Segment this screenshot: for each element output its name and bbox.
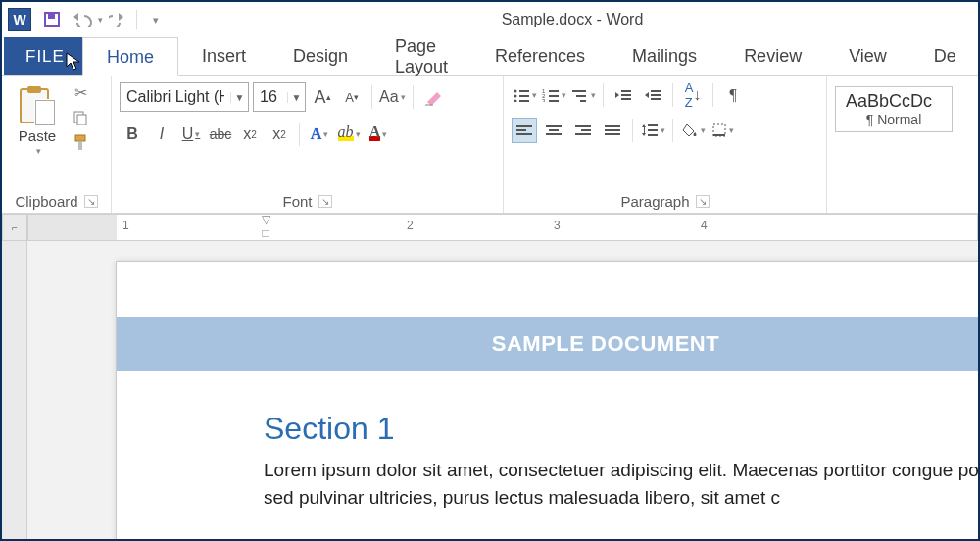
paste-dropdown-icon[interactable]: ▾ — [36, 146, 41, 156]
tab-insert[interactable]: Insert — [178, 37, 270, 75]
copy-icon[interactable] — [71, 108, 90, 127]
svg-rect-7 — [519, 90, 529, 92]
undo-icon[interactable] — [69, 7, 94, 32]
page[interactable]: SAMPLE DOCUMENT Section 1 Lorem ipsum do… — [116, 261, 978, 539]
increase-indent-button[interactable] — [640, 82, 665, 108]
paragraph-dialog-launcher[interactable]: ↘ — [696, 195, 710, 208]
paste-label: Paste — [19, 127, 56, 144]
font-group-label: Font — [282, 193, 312, 210]
shrink-font-button[interactable]: A▾ — [339, 84, 365, 110]
svg-rect-31 — [549, 129, 559, 131]
shading-button[interactable]: ▾ — [680, 118, 706, 143]
strikethrough-button[interactable]: abc — [208, 122, 233, 147]
tab-references[interactable]: References — [471, 37, 609, 75]
superscript-button[interactable]: x2 — [267, 122, 292, 147]
document-body-text[interactable]: Lorem ipsum dolor sit amet, consectetuer… — [264, 457, 978, 512]
svg-rect-23 — [621, 98, 631, 100]
tab-review[interactable]: Review — [720, 37, 825, 75]
tab-file-label: FILE — [25, 47, 65, 67]
svg-rect-5 — [78, 141, 82, 150]
svg-rect-30 — [546, 125, 562, 127]
paragraph-group-label: Paragraph — [620, 193, 689, 210]
cut-icon[interactable]: ✂ — [71, 82, 90, 102]
font-dialog-launcher[interactable]: ↘ — [318, 195, 332, 208]
format-painter-icon[interactable] — [71, 133, 90, 153]
svg-rect-20 — [580, 100, 586, 102]
tab-overflow[interactable]: De — [910, 37, 980, 75]
tab-file[interactable]: FILE — [4, 37, 82, 75]
bold-button[interactable]: B — [120, 122, 145, 147]
italic-button[interactable]: I — [149, 122, 174, 147]
svg-rect-26 — [651, 98, 661, 100]
svg-rect-33 — [575, 125, 591, 127]
subscript-button[interactable]: x2 — [237, 122, 263, 147]
borders-button[interactable]: ▾ — [710, 118, 735, 143]
svg-rect-11 — [519, 100, 529, 102]
font-size-dropdown-icon[interactable]: ▼ — [287, 92, 305, 103]
tab-view[interactable]: View — [825, 37, 910, 75]
document-heading[interactable]: Section 1 — [264, 411, 978, 447]
svg-rect-36 — [605, 125, 620, 127]
numbering-button[interactable]: 123▾ — [541, 82, 566, 108]
clipboard-group-label: Clipboard — [15, 193, 77, 210]
redo-icon[interactable] — [105, 7, 130, 32]
svg-text:3: 3 — [542, 98, 546, 102]
justify-button[interactable] — [600, 118, 625, 143]
svg-rect-19 — [576, 95, 586, 97]
svg-rect-34 — [581, 129, 591, 131]
tab-page-layout[interactable]: Page Layout — [371, 37, 471, 75]
line-spacing-button[interactable]: ▾ — [640, 118, 665, 143]
align-left-button[interactable] — [512, 118, 537, 143]
document-area[interactable]: SAMPLE DOCUMENT Section 1 Lorem ipsum do… — [27, 241, 978, 539]
align-right-button[interactable] — [570, 118, 596, 143]
font-name-combo[interactable]: ▼ — [120, 82, 249, 112]
font-name-dropdown-icon[interactable]: ▼ — [230, 92, 248, 103]
svg-rect-21 — [621, 90, 631, 92]
font-color-button[interactable]: A▾ — [366, 122, 391, 147]
ruler-tick: 3 — [554, 219, 561, 232]
indent-marker-icon[interactable]: ▽□ — [260, 213, 271, 240]
svg-rect-44 — [713, 134, 725, 136]
svg-rect-25 — [651, 94, 661, 96]
vertical-ruler[interactable] — [2, 241, 27, 539]
multilevel-list-button[interactable]: ▾ — [570, 82, 596, 108]
text-effects-button[interactable]: A▾ — [307, 122, 332, 147]
ruler-tick: 1 — [122, 219, 129, 232]
tab-mailings[interactable]: Mailings — [609, 37, 720, 75]
highlight-button[interactable]: ab▾ — [336, 122, 362, 147]
svg-rect-40 — [648, 124, 658, 126]
grow-font-button[interactable]: A▴ — [310, 84, 335, 110]
bullets-button[interactable]: ▾ — [512, 82, 537, 108]
paste-icon — [20, 86, 55, 125]
svg-rect-42 — [648, 134, 658, 136]
customize-qat-icon[interactable]: ▾ — [143, 7, 169, 32]
svg-point-8 — [514, 95, 516, 98]
horizontal-ruler[interactable]: ▽□ 1 2 3 4 — [27, 214, 978, 241]
clear-formatting-icon[interactable] — [420, 84, 446, 110]
font-name-input[interactable] — [121, 83, 230, 111]
font-size-combo[interactable]: ▼ — [253, 82, 306, 112]
align-center-button[interactable] — [541, 118, 566, 143]
undo-dropdown-icon[interactable]: ▾ — [98, 15, 103, 25]
svg-rect-9 — [519, 95, 529, 97]
underline-button[interactable]: U▾ — [178, 122, 204, 147]
sort-button[interactable]: AZ↓ — [680, 82, 706, 108]
paste-button[interactable]: Paste ▾ — [10, 82, 65, 156]
clipboard-dialog-launcher[interactable]: ↘ — [84, 195, 98, 208]
document-banner[interactable]: SAMPLE DOCUMENT — [117, 317, 978, 371]
svg-rect-24 — [651, 90, 661, 92]
svg-rect-32 — [546, 133, 562, 135]
style-normal[interactable]: AaBbCcDc ¶ Normal — [835, 86, 953, 132]
decrease-indent-button[interactable] — [611, 82, 636, 108]
ruler-corner: ⌐ — [2, 214, 27, 241]
ruler-tick: 2 — [407, 219, 414, 232]
change-case-button[interactable]: Aa▾ — [379, 84, 406, 110]
save-icon[interactable] — [39, 7, 65, 32]
svg-rect-37 — [605, 129, 620, 131]
tab-home[interactable]: Home — [82, 37, 178, 76]
window-title: Sample.docx - Word — [171, 11, 974, 28]
tab-design[interactable]: Design — [270, 37, 371, 75]
font-size-input[interactable] — [254, 83, 287, 111]
svg-rect-27 — [516, 125, 532, 127]
show-marks-button[interactable]: ¶ — [720, 82, 746, 108]
